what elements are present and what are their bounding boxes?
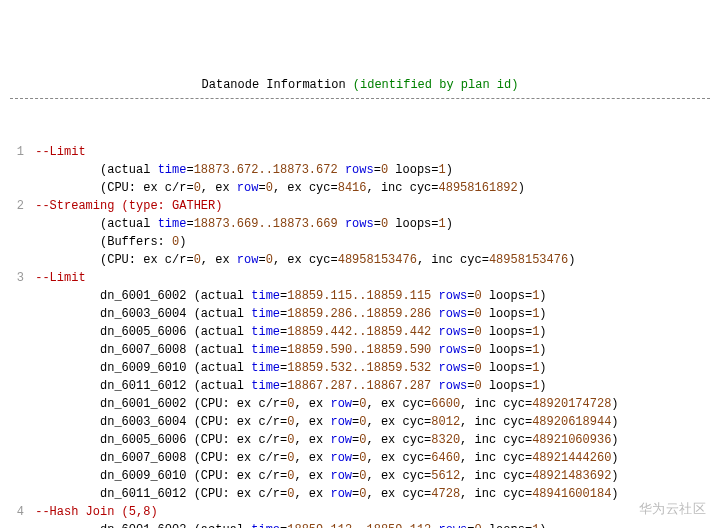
plan-detail-line: (CPU: ex c/r=0, ex row=0, ex cyc=4895815… (10, 251, 710, 269)
plan-node-header: 3 --Limit (10, 269, 710, 287)
plan-detail-line: dn_6005_6006 (CPU: ex c/r=0, ex row=0, e… (10, 431, 710, 449)
plan-detail-line: dn_6003_6004 (CPU: ex c/r=0, ex row=0, e… (10, 413, 710, 431)
plan-detail-line: (CPU: ex c/r=0, ex row=0, ex cyc=8416, i… (10, 179, 710, 197)
plan-detail-line: dn_6007_6008 (actual time=18859.590..188… (10, 341, 710, 359)
plan-output: 1 --Limit (actual time=18873.672..18873.… (10, 143, 710, 528)
plan-detail-line: dn_6003_6004 (actual time=18859.286..188… (10, 305, 710, 323)
plan-detail-line: (Buffers: 0) (10, 233, 710, 251)
watermark: 华为云社区 (639, 499, 707, 519)
plan-detail-line: dn_6011_6012 (CPU: ex c/r=0, ex row=0, e… (10, 485, 710, 503)
plan-node-header: 2 --Streaming (type: GATHER) (10, 197, 710, 215)
plan-detail-line: dn_6011_6012 (actual time=18867.287..188… (10, 377, 710, 395)
plan-detail-line: dn_6009_6010 (CPU: ex c/r=0, ex row=0, e… (10, 467, 710, 485)
plan-detail-line: dn_6001_6002 (CPU: ex c/r=0, ex row=0, e… (10, 395, 710, 413)
plan-detail-line: dn_6005_6006 (actual time=18859.442..188… (10, 323, 710, 341)
plan-node-header: 1 --Limit (10, 143, 710, 161)
plan-detail-line: dn_6009_6010 (actual time=18859.532..188… (10, 359, 710, 377)
page-title: Datanode Information (identified by plan… (10, 76, 710, 99)
plan-detail-line: dn_6007_6008 (CPU: ex c/r=0, ex row=0, e… (10, 449, 710, 467)
plan-detail-line: (actual time=18873.672..18873.672 rows=0… (10, 161, 710, 179)
plan-detail-line: dn_6001_6002 (actual time=18859.115..188… (10, 287, 710, 305)
plan-detail-line: dn_6001_6002 (actual time=18859.112..188… (10, 521, 710, 528)
plan-detail-line: (actual time=18873.669..18873.669 rows=0… (10, 215, 710, 233)
plan-node-header: 4 --Hash Join (5,8) (10, 503, 710, 521)
